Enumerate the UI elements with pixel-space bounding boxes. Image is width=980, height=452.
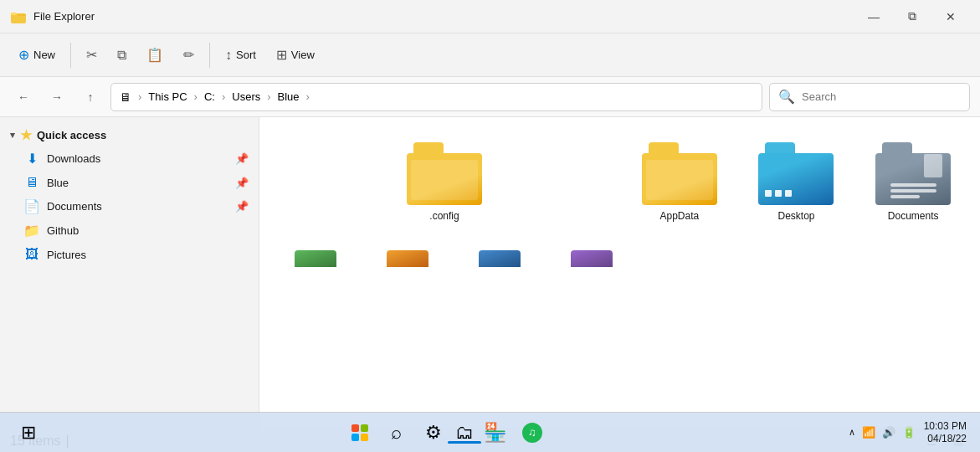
taskbar-settings-icon[interactable]: ⚙ [418, 418, 449, 448]
address-sep-2: › [194, 90, 198, 103]
taskbar-store-icon[interactable]: 🏪 [480, 418, 511, 448]
documents-icon: 📄 [23, 198, 40, 214]
view-label: View [291, 49, 315, 61]
toolbar-separator-2 [209, 43, 210, 68]
address-sep-3: › [222, 90, 225, 103]
taskbar-start-button[interactable] [345, 418, 375, 448]
title-bar: File Explorer — ⧉ ✕ [0, 0, 980, 33]
app-title: File Explorer [33, 10, 95, 23]
wifi-icon: 📶 [862, 426, 875, 439]
file-name-desktop: Desktop [777, 210, 814, 222]
minimize-button[interactable]: — [854, 3, 893, 30]
date-display: 04/18/22 [924, 433, 967, 444]
volume-icon: 🔊 [882, 426, 895, 439]
address-icon: 🖥 [120, 90, 131, 104]
rename-icon: ✏ [183, 47, 194, 63]
pin-icon-documents: 📌 [235, 200, 249, 213]
new-button[interactable]: ⊕ New [10, 40, 64, 70]
new-label: New [33, 49, 55, 61]
pictures-label: Pictures [47, 249, 249, 261]
address-blue: Blue [278, 90, 300, 103]
file-name-documents: Documents [888, 210, 939, 222]
app-icon [10, 8, 27, 25]
sort-icon: ↕ [225, 48, 232, 63]
svg-rect-2 [11, 13, 17, 15]
address-c: C: [204, 90, 215, 103]
system-tray-icons: ∧ 📶 🔊 🔋 [849, 426, 916, 439]
pin-icon-blue: 📌 [235, 177, 249, 189]
partial-folder-blue [479, 250, 521, 267]
sort-button[interactable]: ↕ Sort [217, 40, 264, 70]
paste-button[interactable]: 📋 [138, 40, 172, 70]
quick-access-section: ▾ ★ Quick access ⬇ Downloads 📌 🖥 Blue 📌 … [0, 124, 259, 266]
pictures-icon: 🖼 [23, 247, 40, 262]
taskbar-spotify-icon[interactable]: ♫ [517, 418, 547, 448]
blue-icon: 🖥 [23, 175, 40, 190]
downloads-label: Downloads [47, 152, 228, 165]
taskbar-file-explorer-icon[interactable]: 🗂 [455, 422, 474, 444]
sidebar-item-documents[interactable]: 📄 Documents 📌 [0, 194, 259, 218]
close-button[interactable]: ✕ [931, 3, 970, 30]
taskbar: ⊞ ⌕ ⚙ 🗂 🏪 ♫ ∧ 📶 🔊 🔋 10:0 [0, 412, 980, 452]
view-icon: ⊞ [276, 47, 287, 63]
quick-access-header[interactable]: ▾ ★ Quick access [0, 124, 259, 146]
cut-icon: ✂ [86, 47, 97, 63]
spotify-logo-icon: ♫ [522, 423, 542, 443]
clock[interactable]: 10:03 PM 04/18/22 [924, 420, 967, 444]
taskbar-search-icon[interactable]: ⌕ [382, 418, 412, 448]
file-item-desktop[interactable]: Desktop [747, 134, 847, 230]
window-controls: — ⧉ ✕ [854, 3, 970, 30]
search-bar[interactable]: 🔍 [769, 83, 970, 111]
view-button[interactable]: ⊞ View [268, 40, 323, 70]
folder-icon-desktop [758, 142, 834, 205]
address-this-pc: This PC [148, 90, 187, 103]
address-bar[interactable]: 🖥 › This PC › C: › Users › Blue › [110, 83, 762, 111]
partial-folder-orange [387, 250, 428, 267]
up-button[interactable]: ↑ [77, 84, 104, 110]
time-display: 10:03 PM [924, 420, 967, 432]
battery-icon: 🔋 [902, 426, 916, 439]
folder-icon-appdata [642, 142, 717, 205]
toolbar-separator-1 [70, 43, 71, 68]
file-name-config: .config [429, 210, 459, 222]
github-icon: 📁 [23, 223, 40, 239]
file-item-config[interactable]: .config [276, 134, 613, 230]
main-content: ▾ ★ Quick access ⬇ Downloads 📌 🖥 Blue 📌 … [0, 117, 980, 429]
rename-button[interactable]: ✏ [175, 40, 203, 70]
downloads-icon: ⬇ [23, 151, 40, 167]
search-icon: 🔍 [778, 89, 795, 105]
title-bar-left: File Explorer [10, 8, 95, 25]
file-item-appdata[interactable]: AppData [629, 134, 730, 230]
copy-button[interactable]: ⧉ [109, 40, 135, 70]
folder-icon-config [407, 142, 482, 205]
file-item-documents[interactable]: Documents [863, 134, 963, 230]
taskbar-widgets-icon[interactable]: ⊞ [13, 418, 44, 448]
address-sep-4: › [267, 90, 270, 103]
tray-expand-icon[interactable]: ∧ [849, 427, 855, 438]
back-button[interactable]: ← [10, 84, 37, 110]
maximize-button[interactable]: ⧉ [893, 3, 931, 30]
partial-folders-row [276, 250, 613, 267]
toolbar: ⊕ New ✂ ⧉ 📋 ✏ ↕ Sort ⊞ View [0, 33, 980, 77]
chevron-down-icon: ▾ [10, 130, 15, 141]
documents-label: Documents [47, 200, 228, 213]
paste-icon: 📋 [146, 47, 163, 63]
sidebar-item-pictures[interactable]: 🖼 Pictures [0, 243, 259, 266]
windows-logo-icon [351, 424, 368, 441]
folder-icon-documents [875, 142, 951, 205]
cut-button[interactable]: ✂ [78, 40, 105, 70]
sidebar: ▾ ★ Quick access ⬇ Downloads 📌 🖥 Blue 📌 … [0, 117, 259, 429]
pin-icon-downloads: 📌 [235, 152, 249, 165]
quick-access-label: Quick access [37, 129, 106, 141]
github-label: Github [47, 224, 249, 237]
taskbar-left: ⊞ [13, 418, 44, 448]
sidebar-item-github[interactable]: 📁 Github [0, 218, 259, 243]
sidebar-item-downloads[interactable]: ⬇ Downloads 📌 [0, 146, 259, 171]
nav-bar: ← → ↑ 🖥 › This PC › C: › Users › Blue › … [0, 77, 980, 117]
address-users: Users [232, 90, 260, 103]
search-input[interactable] [802, 90, 961, 103]
sort-label: Sort [236, 49, 256, 61]
sidebar-item-blue[interactable]: 🖥 Blue 📌 [0, 171, 259, 194]
forward-button[interactable]: → [44, 84, 70, 110]
file-name-appdata: AppData [659, 210, 699, 222]
